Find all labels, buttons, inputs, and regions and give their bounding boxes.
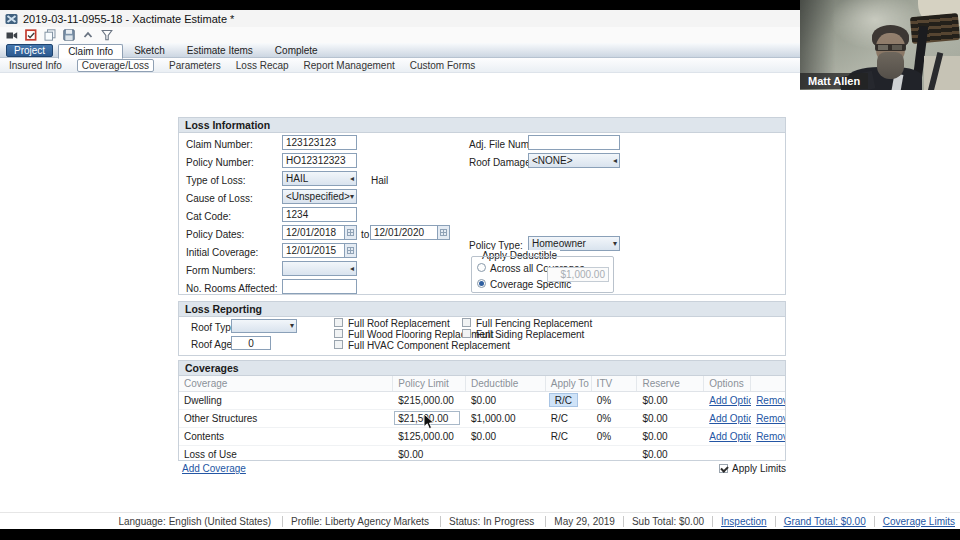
cat-code-label: Cat Code: — [186, 211, 231, 223]
type-of-loss-note: Hail — [371, 175, 388, 187]
copy-icon[interactable] — [43, 29, 56, 42]
apply-limits-checkbox[interactable] — [719, 464, 728, 473]
table-row-contents: Contents $125,000.00 $0.00 R/C 0% $0.00 … — [179, 428, 785, 446]
status-bar: Language:English (United States) Profile… — [0, 512, 960, 529]
deductible-amount-input[interactable]: $1,000.00 — [547, 267, 609, 282]
remove-link[interactable]: Remove — [756, 431, 785, 442]
profile-label: Profile: — [291, 516, 322, 527]
cause-of-loss-dropdown[interactable]: <Unspecified> — [282, 189, 357, 204]
col-itv: ITV — [592, 376, 638, 391]
col-coverage: Coverage — [179, 376, 393, 391]
subtab-custom-forms[interactable]: Custom Forms — [410, 60, 476, 71]
coverage-limits-link[interactable]: Coverage Limits — [883, 516, 955, 527]
add-options-link[interactable]: Add Options — [709, 431, 751, 442]
xactimate-window: 2019-03-11-0955-18 - Xactimate Estimate … — [0, 0, 960, 540]
rooms-affected-input[interactable] — [282, 279, 357, 294]
roof-damage-label: Roof Damage: — [469, 157, 533, 169]
col-blank — [751, 376, 785, 391]
dropdown-down-arrow-icon — [290, 322, 294, 330]
status-value: In Progress — [483, 516, 534, 527]
window-title: 2019-03-11-0955-18 - Xactimate Estimate … — [23, 13, 234, 25]
status-label: Status: — [449, 516, 480, 527]
collapse-caret-icon[interactable] — [81, 29, 94, 42]
inspection-link[interactable]: Inspection — [721, 516, 767, 527]
col-options: Options — [704, 376, 751, 391]
policy-number-input[interactable]: HO12312323 — [282, 153, 357, 168]
policy-date-from-input[interactable]: 12/01/2018 — [282, 225, 357, 240]
claim-number-label: Claim Number: — [186, 139, 253, 151]
full-hvac-component-replacement-label: Full HVAC Component Replacement — [348, 340, 510, 352]
policy-type-dropdown[interactable]: Homeowner — [528, 236, 620, 251]
policy-date-to-input[interactable]: 12/01/2020 — [370, 225, 450, 240]
add-options-link[interactable]: Add Options — [709, 413, 751, 424]
calendar-icon[interactable] — [344, 244, 356, 257]
loss-information-header: Loss Information — [179, 118, 785, 133]
grand-total-link[interactable]: Grand Total: $0.00 — [784, 516, 866, 527]
dropdown-down-arrow-icon — [350, 193, 354, 201]
calendar-icon[interactable] — [437, 226, 449, 239]
roof-type-dropdown[interactable] — [231, 319, 297, 333]
loss-reporting-header: Loss Reporting — [179, 302, 785, 317]
bottom-black-strip — [0, 529, 960, 540]
policy-number-label: Policy Number: — [186, 157, 254, 169]
coverage-specific-radio[interactable] — [477, 279, 486, 288]
adj-file-number-input[interactable] — [528, 135, 620, 150]
subtab-report-management[interactable]: Report Management — [304, 60, 395, 71]
tab-project[interactable]: Project — [6, 44, 53, 57]
language-label: Language: — [118, 516, 165, 527]
roof-age-input[interactable]: 0 — [231, 336, 271, 350]
subtab-parameters[interactable]: Parameters — [169, 60, 221, 71]
subtab-loss-recap[interactable]: Loss Recap — [236, 60, 289, 71]
remove-link[interactable]: Remove — [756, 413, 785, 424]
mouse-cursor — [423, 413, 435, 431]
type-of-loss-dropdown[interactable]: HAIL — [282, 171, 357, 186]
full-roof-replacement-checkbox[interactable] — [334, 318, 343, 327]
full-hvac-component-replacement-checkbox[interactable] — [334, 340, 343, 349]
initial-coverage-label: Initial Coverage: — [186, 247, 258, 259]
subtab-coverage-loss[interactable]: Coverage/Loss — [77, 59, 154, 72]
tab-sketch[interactable]: Sketch — [123, 45, 176, 56]
loss-reporting-section: Loss Reporting Roof Type: Roof Age: 0 Fu… — [178, 301, 786, 356]
claim-number-input[interactable]: 123123123 — [282, 135, 357, 150]
apply-to-selected-cell[interactable]: R/C — [549, 393, 578, 407]
webcam-name-badge: Matt Allen — [800, 73, 868, 89]
filter-funnel-icon[interactable] — [100, 29, 113, 42]
dropdown-down-arrow-icon — [613, 240, 617, 248]
col-reserve: Reserve — [637, 376, 704, 391]
across-all-coverages-radio[interactable] — [477, 263, 486, 272]
coverages-footer: Add Coverage Apply Limits — [178, 463, 786, 476]
app-icon — [5, 13, 18, 25]
profile-value: Liberty Agency Markets — [325, 516, 429, 527]
cat-code-input[interactable]: 1234 — [282, 207, 357, 222]
validate-icon[interactable] — [24, 29, 37, 42]
subtab-insured-info[interactable]: Insured Info — [9, 60, 62, 71]
full-siding-replacement-checkbox[interactable] — [462, 329, 471, 338]
language-value: English (United States) — [169, 516, 271, 527]
sub-total: Sub Total: $0.00 — [632, 516, 704, 527]
save-icon[interactable] — [62, 29, 75, 42]
tab-complete[interactable]: Complete — [264, 45, 329, 56]
calendar-icon[interactable] — [344, 226, 356, 239]
col-policy-limit: Policy Limit — [393, 376, 466, 391]
loss-information-section: Loss Information Claim Number: 123123123… — [178, 117, 786, 295]
type-of-loss-label: Type of Loss: — [186, 175, 245, 187]
initial-coverage-input[interactable]: 12/01/2015 — [282, 243, 357, 258]
table-row-other-structures: Other Structures $21,500.00 $1,000.00 R/… — [179, 410, 785, 428]
coverages-header: Coverages — [179, 361, 785, 376]
roof-damage-dropdown[interactable]: <NONE> — [528, 153, 620, 168]
dropdown-left-arrow-icon — [613, 157, 617, 165]
tab-estimate-items[interactable]: Estimate Items — [176, 45, 264, 56]
form-numbers-dropdown[interactable] — [282, 261, 357, 276]
video-camera-icon[interactable] — [5, 29, 18, 42]
tab-claim-info[interactable]: Claim Info — [58, 44, 123, 59]
add-options-link[interactable]: Add Options — [709, 395, 751, 406]
apply-limits-label: Apply Limits — [732, 463, 786, 474]
policy-dates-label: Policy Dates: — [186, 229, 244, 241]
full-fencing-replacement-checkbox[interactable] — [462, 318, 471, 327]
full-wood-flooring-replacement-checkbox[interactable] — [334, 329, 343, 338]
add-coverage-link[interactable]: Add Coverage — [182, 463, 246, 474]
dropdown-left-arrow-icon — [350, 175, 354, 183]
full-siding-replacement-label: Full Siding Replacement — [476, 329, 584, 341]
remove-link[interactable]: Remove — [756, 395, 785, 406]
dropdown-left-arrow-icon — [350, 265, 354, 273]
